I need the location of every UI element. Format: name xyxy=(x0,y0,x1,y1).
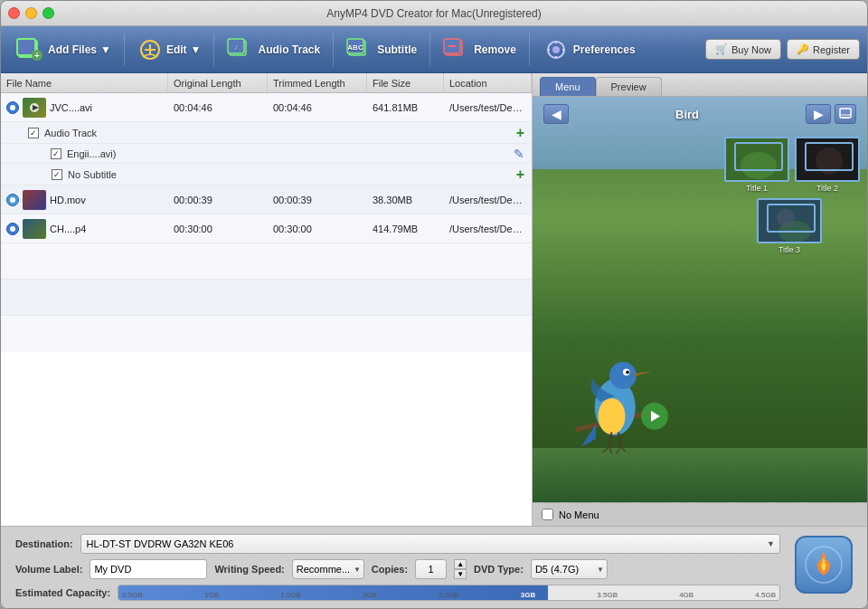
file-name-3: CH....p4 xyxy=(50,224,86,234)
separator-3 xyxy=(333,33,334,66)
subtitle-row: No Subtitle + xyxy=(1,164,532,186)
empty-row xyxy=(1,243,532,280)
thumb-image-2[interactable] xyxy=(795,137,860,182)
add-audio-button[interactable]: + xyxy=(516,125,524,141)
writing-speed-select[interactable]: Recomme... xyxy=(292,559,364,579)
tick-0: 0.5GB xyxy=(122,591,143,599)
svg-line-33 xyxy=(609,447,612,454)
table-row[interactable]: JVC....avi 00:04:46 00:04:46 641.81MB /U… xyxy=(1,93,532,122)
file-size-2: 38.30MB xyxy=(367,193,444,207)
copies-label: Copies: xyxy=(372,564,408,575)
svg-text:♪: ♪ xyxy=(234,43,239,52)
add-files-button[interactable]: + Add Files ▼ xyxy=(8,32,118,68)
no-menu-checkbox[interactable] xyxy=(542,509,553,520)
location-2: /Users/test/Desktop/... xyxy=(444,193,532,207)
preferences-button[interactable]: Preferences xyxy=(535,33,643,66)
svg-marker-49 xyxy=(651,411,660,422)
edit-audio-button[interactable]: ✎ xyxy=(514,147,524,161)
tick-5: 3GB xyxy=(521,591,535,599)
burn-button[interactable] xyxy=(795,536,853,594)
table-row[interactable]: CH....p4 00:30:00 00:30:00 414.79MB /Use… xyxy=(1,214,532,243)
svg-line-35 xyxy=(621,447,626,452)
preview-title: Bird xyxy=(675,108,699,121)
file-name: JVC....avi xyxy=(50,102,92,113)
subtitle-button[interactable]: ABC Subtitle xyxy=(339,33,424,66)
tick-8: 4.5GB xyxy=(755,591,776,599)
expand-icon[interactable] xyxy=(6,101,19,114)
svg-point-40 xyxy=(741,152,777,179)
remove-button[interactable]: Remove xyxy=(436,33,524,66)
writing-speed-wrapper: Recomme... xyxy=(292,559,364,579)
dvd-type-select[interactable]: D5 (4.7G) xyxy=(531,559,608,579)
svg-point-47 xyxy=(777,209,795,227)
thumb-item-3: Title 3 xyxy=(757,198,822,254)
copies-stepper: ▲ ▼ xyxy=(454,559,467,579)
trimmed-length-2: 00:00:39 xyxy=(268,193,367,207)
col-trimmed: Trimmed Length xyxy=(268,73,367,92)
play-button[interactable] xyxy=(641,403,668,430)
audio-track-button[interactable]: ♪ Audio Track xyxy=(220,33,327,66)
dvd-type-label: DVD Type: xyxy=(474,564,524,575)
table-row[interactable]: HD.mov 00:00:39 00:00:39 38.30MB /Users/… xyxy=(1,186,532,214)
file-size-3: 414.79MB xyxy=(367,222,444,236)
svg-line-32 xyxy=(603,447,610,452)
dvd-type-wrapper: D5 (4.7G) xyxy=(531,559,608,579)
add-subtitle-button[interactable]: + xyxy=(516,167,524,183)
toolbar: + Add Files ▼ Edit ▼ ♪ Audio Track xyxy=(1,26,867,73)
register-button[interactable]: 🔑 Register xyxy=(787,39,860,60)
bottom-section-inner: Destination: HL-DT-ST DVDRW GA32N KE06 V… xyxy=(15,534,780,601)
thumb-item-2: Title 2 xyxy=(795,137,860,193)
svg-point-29 xyxy=(626,370,629,374)
minimize-button[interactable] xyxy=(25,7,37,19)
col-original: Original Length xyxy=(168,73,268,92)
separator-5 xyxy=(529,33,530,66)
tick-6: 3.5GB xyxy=(597,591,618,599)
file-name-cell-2: HD.mov xyxy=(1,188,168,212)
location-3: /Users/test/Desktop/... xyxy=(444,222,532,236)
copies-input[interactable] xyxy=(415,559,447,579)
svg-rect-38 xyxy=(842,117,849,119)
destination-label: Destination: xyxy=(15,538,73,549)
expand-icon-2[interactable] xyxy=(6,194,19,206)
file-name-2: HD.mov xyxy=(50,195,86,205)
capacity-label: Estimated Capacity: xyxy=(15,587,110,598)
svg-point-26 xyxy=(609,362,637,389)
preferences-icon xyxy=(542,37,570,62)
menu-tab[interactable]: Menu xyxy=(540,77,596,96)
no-subtitle-label: No Subtitle xyxy=(68,169,117,180)
edit-button[interactable]: Edit ▼ xyxy=(130,33,209,66)
maximize-button[interactable] xyxy=(42,7,54,19)
close-button[interactable] xyxy=(8,7,20,19)
copies-increment[interactable]: ▲ xyxy=(454,559,467,569)
audio-track-checkbox[interactable] xyxy=(28,128,39,138)
preview-content: ◀ Bird ▶ xyxy=(533,97,867,502)
prev-arrow[interactable]: ◀ xyxy=(543,104,569,124)
buy-now-button[interactable]: 🛒 Buy Now xyxy=(705,39,781,60)
audio-file-checkbox[interactable] xyxy=(51,148,61,159)
next-arrow[interactable]: ▶ xyxy=(806,104,831,124)
copies-decrement[interactable]: ▼ xyxy=(454,569,467,579)
expand-icon-3[interactable] xyxy=(6,223,19,235)
toolbar-right: 🛒 Buy Now 🔑 Register xyxy=(705,39,860,60)
thumb-label-2: Title 2 xyxy=(816,184,838,193)
audio-track-row: Audio Track + xyxy=(1,122,532,144)
table-header: File Name Original Length Trimmed Length… xyxy=(1,73,532,93)
capacity-row: Estimated Capacity: 0.5GB 1GB 1.5GB 2GB … xyxy=(15,585,780,601)
trimmed-length-3: 00:30:00 xyxy=(268,222,367,236)
col-filename: File Name xyxy=(1,73,168,92)
separator-4 xyxy=(429,33,430,66)
file-thumbnail-3 xyxy=(23,219,46,239)
subtitle-checkbox[interactable] xyxy=(52,169,62,180)
preview-tab[interactable]: Preview xyxy=(596,77,662,96)
volume-input[interactable] xyxy=(90,559,207,579)
bottom-section: Destination: HL-DT-ST DVDRW GA32N KE06 V… xyxy=(1,526,867,608)
volume-label: Volume Label: xyxy=(15,564,82,575)
thumb-image-1[interactable] xyxy=(724,137,789,182)
add-files-icon: + xyxy=(15,35,44,64)
tick-7: 4GB xyxy=(679,591,693,599)
file-panel: File Name Original Length Trimmed Length… xyxy=(1,73,533,526)
destination-select[interactable]: HL-DT-ST DVDRW GA32N KE06 xyxy=(80,534,780,554)
thumb-image-3[interactable] xyxy=(757,198,822,243)
title-bar: AnyMP4 DVD Creator for Mac(Unregistered) xyxy=(1,1,867,26)
edit-preview-button[interactable] xyxy=(835,104,856,124)
